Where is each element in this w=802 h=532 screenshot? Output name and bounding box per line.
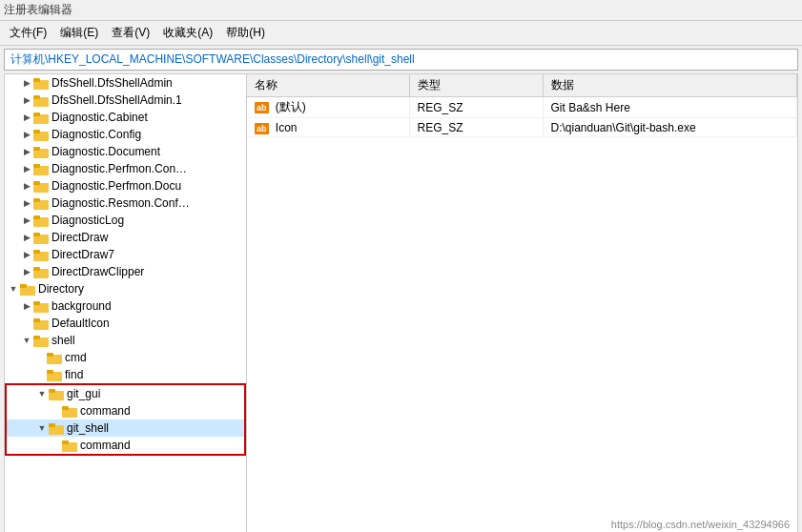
menu-edit[interactable]: 编辑(E)	[54, 23, 104, 43]
folder-icon	[33, 265, 49, 278]
svg-rect-11	[33, 164, 40, 168]
item-label: DefaultIcon	[51, 315, 246, 332]
tree-item-diagnostic-perfmon-con[interactable]: ▶ Diagnostic.Perfmon.Con…	[5, 160, 246, 177]
folder-icon	[33, 111, 49, 124]
expand-icon: ▶	[20, 231, 33, 244]
item-label: DfsShell.DfsShellAdmin.1	[51, 92, 246, 109]
menu-help[interactable]: 帮助(H)	[220, 23, 271, 43]
svg-rect-29	[33, 318, 40, 322]
tree-item-diagnosticlog[interactable]: ▶ DiagnosticLog	[5, 212, 246, 229]
item-label: shell	[51, 332, 246, 349]
item-label: Diagnostic.Cabinet	[51, 109, 246, 126]
expand-icon: ▶	[20, 248, 33, 261]
folder-icon	[47, 351, 62, 364]
reg-type-icon-val: REG_SZ	[409, 118, 543, 137]
folder-icon	[47, 368, 62, 381]
tree-item-git-shell-command[interactable]: command	[7, 437, 244, 454]
tree-item-shell[interactable]: ▼ shell	[5, 332, 246, 349]
tree-item-diagnostic-perfmon-doc[interactable]: ▶ Diagnostic.Perfmon.Docu	[5, 177, 246, 194]
reg-data-icon: D:\qianduan\Git\git-bash.exe	[543, 118, 797, 137]
item-label: Diagnostic.Perfmon.Con…	[51, 160, 246, 177]
tree-item-diagnostic-config[interactable]: ▶ Diagnostic.Config	[5, 126, 246, 143]
tree-item-diagnostic-document[interactable]: ▶ Diagnostic.Document	[5, 143, 246, 160]
reg-name-icon: ab Icon	[247, 118, 409, 137]
address-bar[interactable]: 计算机\HKEY_LOCAL_MACHINE\SOFTWARE\Classes\…	[4, 49, 798, 71]
svg-rect-33	[47, 353, 53, 357]
svg-rect-21	[33, 250, 40, 254]
tree-item-background[interactable]: ▶ background	[5, 297, 246, 315]
tree-item-defaulticon[interactable]: DefaultIcon	[5, 315, 246, 332]
col-header-name[interactable]: 名称	[247, 74, 409, 97]
expand-icon: ▶	[20, 145, 33, 158]
folder-icon	[33, 179, 49, 193]
table-row[interactable]: ab Icon REG_SZ D:\qianduan\Git\git-bash.…	[247, 118, 797, 137]
item-label: DirectDraw7	[51, 246, 246, 263]
tree-item-git-shell[interactable]: ▼ git_shell	[7, 419, 244, 437]
item-label: Diagnostic.Document	[51, 143, 246, 160]
reg-type-default: REG_SZ	[409, 97, 543, 118]
svg-rect-27	[33, 301, 40, 305]
expand-icon: ▶	[20, 128, 33, 141]
svg-rect-41	[49, 423, 55, 427]
expand-icon: ▶	[20, 265, 33, 278]
right-panel: 名称 类型 数据 ab (默认) REG_SZ Git Ba&sh Here a…	[247, 74, 797, 532]
svg-rect-35	[47, 370, 53, 374]
item-label: git_shell	[67, 419, 244, 437]
svg-rect-9	[33, 147, 40, 151]
tree-item-find[interactable]: find	[5, 366, 246, 383]
tree-item-directdraw7[interactable]: ▶ DirectDraw7	[5, 246, 246, 263]
menu-view[interactable]: 查看(V)	[106, 23, 155, 43]
tree-item-directory[interactable]: ▼ Directory	[5, 280, 246, 297]
col-header-data[interactable]: 数据	[543, 74, 797, 97]
item-label: background	[51, 297, 246, 315]
expand-icon: ▶	[20, 299, 33, 313]
svg-rect-43	[62, 440, 69, 444]
tree-item-dfsshell2[interactable]: ▶ DfsShell.DfsShellAdmin.1	[5, 92, 246, 109]
tree-item-cmd[interactable]: cmd	[5, 349, 246, 366]
tree-item-diagnostic-cabinet[interactable]: ▶ Diagnostic.Cabinet	[5, 109, 246, 126]
folder-icon	[33, 76, 49, 90]
col-header-type[interactable]: 类型	[409, 74, 543, 97]
title-text: 注册表编辑器	[4, 3, 72, 16]
svg-rect-7	[33, 130, 40, 133]
item-label: command	[80, 437, 244, 454]
tree-item-git-gui[interactable]: ▼ git_gui	[7, 385, 244, 402]
item-label: cmd	[65, 349, 246, 366]
folder-icon	[33, 231, 49, 244]
folder-icon	[33, 214, 49, 227]
folder-icon	[33, 93, 49, 107]
item-label: DirectDraw	[51, 229, 246, 246]
tree-item-directdraw[interactable]: ▶ DirectDraw	[5, 229, 246, 246]
svg-rect-13	[33, 181, 40, 185]
tree-item-directdrawclipper[interactable]: ▶ DirectDrawClipper	[5, 263, 246, 280]
tree-item-git-gui-command[interactable]: command	[7, 402, 244, 419]
table-row[interactable]: ab (默认) REG_SZ Git Ba&sh Here	[247, 97, 797, 118]
item-label: Diagnostic.Perfmon.Docu	[51, 177, 246, 194]
title-bar: 注册表编辑器	[0, 0, 802, 21]
menu-bar: 文件(F) 编辑(E) 查看(V) 收藏夹(A) 帮助(H)	[0, 21, 802, 46]
tree-item-diagnostic-resmon[interactable]: ▶ Diagnostic.Resmon.Conf…	[5, 194, 246, 212]
menu-favorites[interactable]: 收藏夹(A)	[157, 23, 218, 43]
expand-icon: ▶	[20, 179, 33, 193]
watermark-text: https://blog.csdn.net/weixin_43294966	[611, 519, 790, 530]
registry-table: 名称 类型 数据 ab (默认) REG_SZ Git Ba&sh Here a…	[247, 74, 797, 137]
folder-icon	[33, 196, 49, 210]
folder-icon	[33, 145, 49, 158]
item-label: DiagnosticLog	[51, 212, 246, 229]
folder-icon	[33, 248, 49, 261]
item-label: DfsShell.DfsShellAdmin	[51, 74, 246, 92]
folder-icon	[33, 334, 49, 347]
folder-icon	[33, 128, 49, 141]
folder-icon	[49, 421, 64, 435]
item-label: Diagnostic.Config	[51, 126, 246, 143]
expand-icon: ▶	[20, 76, 33, 90]
tree-item-dfsshell1[interactable]: ▶ DfsShell.DfsShellAdmin	[5, 74, 246, 92]
expand-icon: ▶	[20, 162, 33, 175]
expand-icon: ▶	[20, 93, 33, 107]
tree-panel[interactable]: ▶ DfsShell.DfsShellAdmin ▶ DfsShell.DfsS…	[5, 74, 247, 532]
menu-file[interactable]: 文件(F)	[4, 23, 52, 43]
reg-name-label: (默认)	[276, 100, 306, 113]
svg-rect-23	[33, 267, 40, 271]
expand-icon: ▼	[35, 387, 49, 400]
expand-icon: ▶	[20, 214, 33, 227]
